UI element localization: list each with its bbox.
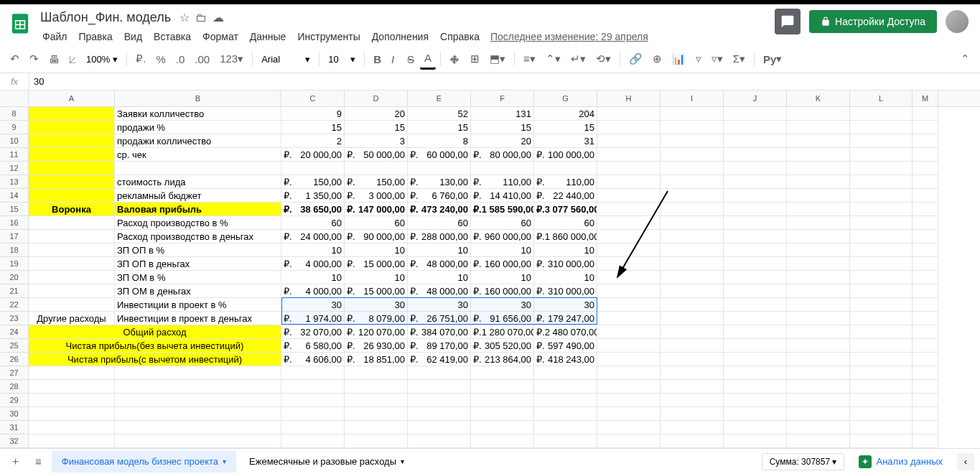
col-header-J[interactable]: J — [724, 90, 787, 106]
cell[interactable] — [661, 407, 724, 421]
cell[interactable] — [29, 257, 115, 271]
cell[interactable] — [597, 434, 661, 448]
cell[interactable] — [597, 407, 661, 421]
cell[interactable] — [29, 284, 115, 298]
cell[interactable] — [850, 407, 913, 421]
percent-icon[interactable]: % — [151, 50, 169, 69]
cell[interactable]: ₽.150,00 — [345, 175, 408, 189]
cell[interactable]: ср. чек — [115, 148, 281, 162]
cell[interactable]: 10 — [471, 271, 534, 284]
currency-icon[interactable]: ₽. — [131, 49, 150, 69]
wrap-icon[interactable]: ↵▾ — [566, 49, 590, 69]
cell[interactable] — [534, 380, 597, 394]
cell[interactable] — [913, 107, 938, 121]
cell[interactable] — [661, 325, 724, 339]
cell[interactable] — [408, 421, 471, 434]
cell[interactable] — [724, 230, 787, 243]
bold-icon[interactable]: B — [369, 50, 386, 69]
cell[interactable] — [661, 216, 724, 230]
cell[interactable] — [471, 421, 534, 434]
cell[interactable] — [913, 134, 938, 148]
cell[interactable] — [408, 407, 471, 421]
cell[interactable]: ₽.91 656,00 — [471, 312, 534, 325]
avatar[interactable] — [946, 10, 969, 33]
cell[interactable] — [787, 175, 850, 189]
cell[interactable]: ₽.160 000,00 — [471, 257, 534, 271]
cell[interactable]: ₽.22 440,00 — [534, 189, 597, 203]
cell[interactable] — [29, 380, 115, 394]
cell[interactable] — [787, 134, 850, 148]
cell[interactable]: ЗП ОП в % — [115, 243, 281, 257]
cell[interactable] — [787, 257, 850, 271]
row-header[interactable]: 30 — [0, 407, 29, 421]
cell[interactable] — [787, 162, 850, 175]
cell[interactable] — [115, 380, 281, 394]
row-header[interactable]: 25 — [0, 339, 29, 353]
cell[interactable]: ₽.26 930,00 — [345, 339, 408, 353]
cell[interactable] — [115, 366, 281, 380]
cell[interactable]: 10 — [534, 271, 597, 284]
cell[interactable] — [850, 271, 913, 284]
cell[interactable] — [597, 189, 661, 203]
cell[interactable]: 15 — [408, 121, 471, 134]
row-header[interactable]: 24 — [0, 325, 29, 339]
cell[interactable] — [534, 366, 597, 380]
chart-icon[interactable]: 📊 — [668, 49, 690, 69]
cell[interactable]: ₽.15 000,00 — [345, 284, 408, 298]
cell[interactable] — [115, 162, 281, 175]
cell[interactable]: ₽.26 751,00 — [408, 312, 471, 325]
row-header[interactable]: 17 — [0, 230, 29, 243]
row-header[interactable]: 15 — [0, 203, 29, 216]
cell[interactable] — [29, 366, 115, 380]
cell[interactable] — [597, 271, 661, 284]
cell[interactable] — [787, 421, 850, 434]
cell[interactable] — [850, 216, 913, 230]
col-header-A[interactable]: A — [29, 90, 115, 106]
cell[interactable] — [597, 162, 661, 175]
cell[interactable]: Воронка — [29, 203, 115, 216]
cell[interactable]: ₽.100 000,00 — [534, 148, 597, 162]
cell[interactable] — [115, 407, 281, 421]
cell[interactable]: 15 — [345, 121, 408, 134]
cell[interactable] — [661, 394, 724, 407]
cell[interactable] — [913, 407, 938, 421]
cell[interactable]: 10 — [534, 243, 597, 257]
cell[interactable]: ₽.150,00 — [281, 175, 345, 189]
cell[interactable] — [913, 380, 938, 394]
cell[interactable] — [281, 380, 345, 394]
cell[interactable] — [787, 434, 850, 448]
cell[interactable] — [724, 121, 787, 134]
cell[interactable] — [661, 175, 724, 189]
cell[interactable] — [850, 284, 913, 298]
cell[interactable]: 30 — [408, 298, 471, 312]
row-header[interactable]: 22 — [0, 298, 29, 312]
menu-Правка[interactable]: Правка — [73, 28, 117, 45]
cell[interactable] — [29, 394, 115, 407]
col-header-I[interactable]: I — [661, 90, 724, 106]
cell[interactable] — [471, 407, 534, 421]
cell[interactable]: 204 — [534, 107, 597, 121]
cell[interactable] — [29, 407, 115, 421]
cell[interactable] — [345, 407, 408, 421]
cell[interactable] — [597, 243, 661, 257]
cell[interactable] — [597, 366, 661, 380]
cell[interactable]: ₽.3 000,00 — [345, 189, 408, 203]
cell[interactable] — [661, 107, 724, 121]
cell[interactable] — [29, 230, 115, 243]
cell[interactable] — [471, 434, 534, 448]
cell[interactable] — [787, 298, 850, 312]
cell[interactable]: ₽.50 000,00 — [345, 148, 408, 162]
cell[interactable] — [724, 175, 787, 189]
cell[interactable]: ₽.89 170,00 — [408, 339, 471, 353]
cell[interactable]: ЗП ОП в деньгах — [115, 257, 281, 271]
cell[interactable] — [597, 339, 661, 353]
cell[interactable] — [29, 121, 115, 134]
col-header-K[interactable]: K — [787, 90, 850, 106]
cell[interactable] — [787, 121, 850, 134]
cell[interactable] — [913, 284, 938, 298]
menu-Формат[interactable]: Формат — [197, 28, 243, 45]
cell[interactable] — [471, 380, 534, 394]
strikethrough-icon[interactable]: S — [403, 50, 419, 69]
cell[interactable]: ₽.6 760,00 — [408, 189, 471, 203]
formula-input[interactable] — [29, 73, 980, 90]
